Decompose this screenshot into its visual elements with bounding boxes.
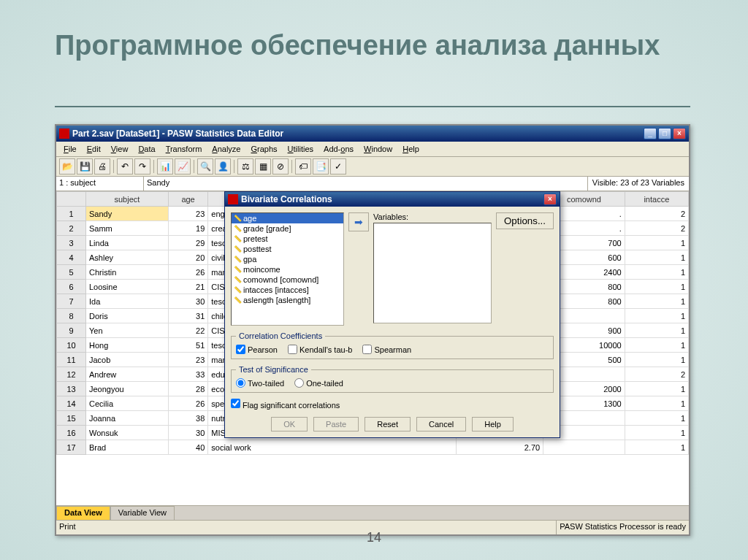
menu-file[interactable]: File <box>59 143 81 155</box>
help-button[interactable]: Help <box>472 417 514 431</box>
cell-subject[interactable]: Jacob <box>86 353 169 367</box>
row-header[interactable]: 14 <box>57 396 86 411</box>
cell-subject[interactable]: Loosine <box>86 280 169 294</box>
cell-subject[interactable]: Christin <box>86 265 169 280</box>
list-item[interactable]: 📏posttest <box>232 244 343 254</box>
col-header[interactable]: age <box>168 192 207 207</box>
cell-subject[interactable]: Yen <box>86 323 169 338</box>
cell-age[interactable]: 22 <box>168 323 207 338</box>
row-header[interactable]: 5 <box>57 265 86 280</box>
list-item[interactable]: 📏comownd [comownd] <box>232 275 343 285</box>
row-header[interactable]: 2 <box>57 221 86 236</box>
cell-comownd[interactable] <box>543 440 625 455</box>
cell-age[interactable]: 51 <box>168 338 207 353</box>
list-item[interactable]: 📏pretest <box>232 234 343 244</box>
cell-intacce[interactable]: 1 <box>625 382 688 396</box>
spearman-checkbox[interactable]: Spearman <box>362 345 411 354</box>
row-header[interactable]: 1 <box>57 207 86 221</box>
tab-data-view[interactable]: Data View <box>56 506 110 520</box>
cell-subject[interactable]: Brad <box>86 440 169 455</box>
cell-subject[interactable]: Doris <box>86 309 169 323</box>
tb-chart-icon[interactable]: 📈 <box>175 158 191 174</box>
menu-window[interactable]: Window <box>359 143 397 155</box>
list-item[interactable]: 📏grade [grade] <box>232 223 343 234</box>
cell-intacce[interactable]: 1 <box>625 250 688 265</box>
cell-intacce[interactable]: 1 <box>625 338 688 353</box>
cell-intacce[interactable]: 1 <box>625 265 688 280</box>
tb-spell-icon[interactable]: ✓ <box>330 158 346 174</box>
cell-age[interactable]: 19 <box>168 221 207 236</box>
cell-intacce[interactable]: 1 <box>625 236 688 250</box>
tb-labels-icon[interactable]: 🏷 <box>295 158 311 174</box>
ok-button[interactable]: OK <box>271 417 308 431</box>
maximize-button[interactable]: □ <box>658 128 671 139</box>
cell-intacce[interactable]: 1 <box>625 353 688 367</box>
cell-intacce[interactable]: 1 <box>625 396 688 411</box>
list-item[interactable]: 📏intacces [intacces] <box>232 285 343 295</box>
menu-analyze[interactable]: Analyze <box>207 143 245 155</box>
cell-intacce[interactable]: 1 <box>625 309 688 323</box>
row-header[interactable]: 9 <box>57 323 86 338</box>
kendall-checkbox[interactable]: Kendall's tau-b <box>288 345 352 354</box>
cell-subject[interactable]: Ida <box>86 294 169 309</box>
cell-c3[interactable]: social work <box>208 440 457 455</box>
row-header[interactable]: 17 <box>57 440 86 455</box>
cell-moincome[interactable]: 2.70 <box>457 440 543 455</box>
cell-intacce[interactable]: 1 <box>625 280 688 294</box>
menu-graphs[interactable]: Graphs <box>246 143 281 155</box>
selected-vars-listbox[interactable] <box>373 223 492 323</box>
cell-age[interactable]: 28 <box>168 382 207 396</box>
cancel-button[interactable]: Cancel <box>416 417 466 431</box>
cell-subject[interactable]: Linda <box>86 236 169 250</box>
cell-age[interactable]: 26 <box>168 396 207 411</box>
row-header[interactable]: 10 <box>57 338 86 353</box>
tb-split-icon[interactable]: ▦ <box>255 158 271 174</box>
cell-age[interactable]: 40 <box>168 440 207 455</box>
row-header[interactable]: 11 <box>57 353 86 367</box>
cell-intacce[interactable]: 1 <box>625 294 688 309</box>
row-header[interactable]: 7 <box>57 294 86 309</box>
data-sheet[interactable]: subject age moincome comownd intacce 1 S… <box>56 191 689 505</box>
menu-utilities[interactable]: Utilities <box>283 143 318 155</box>
two-tailed-radio[interactable]: Two-tailed <box>236 378 284 388</box>
paste-button[interactable]: Paste <box>313 417 359 431</box>
row-header[interactable]: 16 <box>57 426 86 440</box>
flag-checkbox[interactable]: Flag significant correlations <box>231 401 340 410</box>
cell-subject[interactable]: Hong <box>86 338 169 353</box>
menu-edit[interactable]: Edit <box>83 143 105 155</box>
list-item[interactable]: 📏moincome <box>232 264 343 275</box>
tb-print-icon[interactable]: 🖨 <box>94 158 110 174</box>
tb-sets-icon[interactable]: 📑 <box>313 158 329 174</box>
cell-intacce[interactable]: 2 <box>625 367 688 382</box>
cell-subject[interactable]: Andrew <box>86 367 169 382</box>
cell-intacce[interactable]: 2 <box>625 221 688 236</box>
cell-subject[interactable]: Cecilia <box>86 396 169 411</box>
cell-subject[interactable]: Ashley <box>86 250 169 265</box>
col-header[interactable]: subject <box>86 192 169 207</box>
cell-age[interactable]: 21 <box>168 280 207 294</box>
one-tailed-radio[interactable]: One-tailed <box>294 378 343 388</box>
list-item[interactable]: 📏aslength [aslength] <box>232 295 343 305</box>
cell-intacce[interactable]: 1 <box>625 426 688 440</box>
cell-value[interactable]: Sandy <box>144 177 587 191</box>
menu-data[interactable]: Data <box>134 143 159 155</box>
cell-intacce[interactable]: 1 <box>625 323 688 338</box>
tb-weight-icon[interactable]: ⚖ <box>237 158 253 174</box>
list-item[interactable]: 📏gpa <box>232 254 343 264</box>
tb-save-icon[interactable]: 💾 <box>77 158 93 174</box>
cell-age[interactable]: 31 <box>168 309 207 323</box>
tb-goto-icon[interactable]: 📊 <box>157 158 173 174</box>
cell-age[interactable]: 23 <box>168 207 207 221</box>
minimize-button[interactable]: _ <box>644 128 657 139</box>
row-header[interactable]: 6 <box>57 280 86 294</box>
row-header[interactable]: 13 <box>57 382 86 396</box>
cell-intacce[interactable]: 1 <box>625 440 688 455</box>
move-right-button[interactable]: ➡ <box>348 212 369 231</box>
tab-variable-view[interactable]: Variable View <box>110 506 175 520</box>
menu-help[interactable]: Help <box>398 143 424 155</box>
options-button[interactable]: Options... <box>496 212 554 229</box>
list-item[interactable]: 📏age <box>232 213 343 223</box>
cell-age[interactable]: 30 <box>168 426 207 440</box>
menu-addons[interactable]: Add-ons <box>319 143 358 155</box>
tb-vars-icon[interactable]: 👤 <box>215 158 231 174</box>
